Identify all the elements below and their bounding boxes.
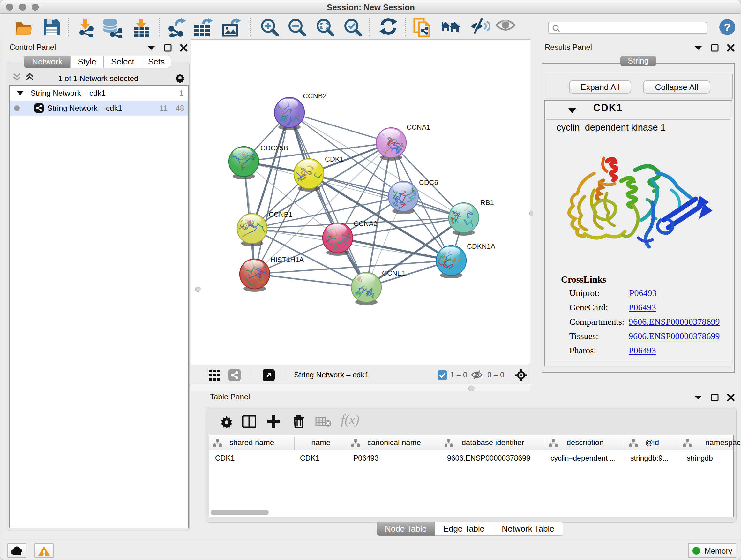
svg-text:?: ? — [724, 21, 731, 33]
svg-text:CDC25B: CDC25B — [260, 144, 288, 152]
svg-text:HIST1H1A: HIST1H1A — [270, 256, 304, 264]
svg-text:CCNB1: CCNB1 — [269, 210, 293, 219]
svg-text:CDC6: CDC6 — [419, 179, 438, 186]
svg-text:CCNE1: CCNE1 — [382, 269, 406, 277]
svg-text:CDKN1A: CDKN1A — [467, 242, 495, 250]
svg-text:CCNA2: CCNA2 — [354, 220, 378, 228]
svg-text:RB1: RB1 — [480, 199, 494, 206]
svg-text:CCNA1: CCNA1 — [407, 123, 430, 131]
svg-text:CDK1: CDK1 — [325, 155, 344, 163]
svg-text:CCNB2: CCNB2 — [303, 92, 327, 100]
